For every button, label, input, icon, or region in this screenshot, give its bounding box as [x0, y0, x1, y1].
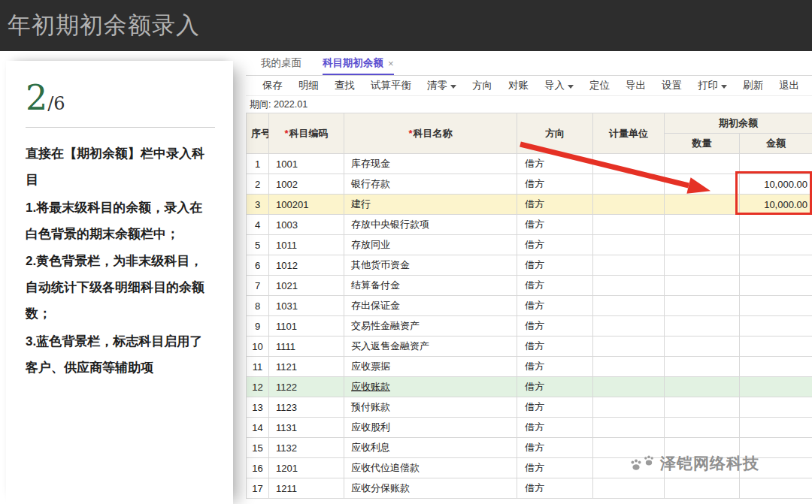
quantity-cell[interactable] [665, 255, 740, 276]
toolbar-button-保存[interactable]: 保存 [262, 79, 283, 92]
account-code-cell[interactable]: 1003 [269, 215, 344, 235]
quantity-cell[interactable] [665, 154, 740, 174]
quantity-cell[interactable] [665, 337, 740, 357]
unit-cell[interactable] [593, 296, 665, 316]
quantity-cell[interactable] [665, 215, 740, 235]
direction-cell[interactable]: 借方 [517, 296, 593, 316]
toolbar-button-导入[interactable]: 导入 [544, 79, 574, 92]
direction-cell[interactable]: 借方 [517, 438, 593, 458]
quantity-cell[interactable] [665, 174, 740, 195]
account-name-cell[interactable]: 应收票据 [344, 357, 517, 377]
account-code-cell[interactable]: 1002 [269, 174, 344, 195]
quantity-cell[interactable] [665, 458, 740, 478]
quantity-cell[interactable] [665, 377, 740, 397]
amount-cell[interactable] [740, 438, 812, 458]
amount-cell[interactable] [740, 255, 812, 276]
account-name-cell[interactable]: 存出保证金 [344, 296, 517, 316]
account-code-cell[interactable]: 1001 [269, 154, 344, 174]
direction-cell[interactable]: 借方 [517, 337, 593, 357]
tab-close-icon[interactable]: × [388, 58, 394, 69]
unit-cell[interactable] [593, 438, 665, 458]
amount-cell[interactable] [740, 458, 812, 478]
toolbar-button-查找[interactable]: 查找 [335, 79, 355, 92]
toolbar-button-明细[interactable]: 明细 [298, 79, 319, 92]
account-name-cell[interactable]: 买入返售金融资产 [344, 337, 517, 357]
account-code-cell[interactable]: 1121 [269, 357, 344, 377]
toolbar-button-刷新[interactable]: 刷新 [743, 79, 763, 92]
unit-cell[interactable] [593, 276, 665, 296]
toolbar-button-导出[interactable]: 导出 [626, 79, 646, 92]
account-name-cell[interactable]: 银行存款 [344, 174, 517, 195]
account-name-cell[interactable]: 应收代位追偿款 [344, 458, 517, 478]
unit-cell[interactable] [593, 255, 665, 276]
direction-cell[interactable]: 借方 [517, 478, 593, 499]
account-name-cell[interactable]: 应收股利 [344, 418, 517, 438]
account-code-cell[interactable]: 1012 [269, 255, 344, 276]
toolbar-button-对账[interactable]: 对账 [508, 79, 529, 92]
amount-cell[interactable] [740, 357, 812, 377]
toolbar-button-定位[interactable]: 定位 [589, 79, 610, 92]
account-name-cell[interactable]: 应收利息 [344, 438, 517, 458]
amount-cell[interactable] [740, 316, 812, 337]
unit-cell[interactable] [593, 195, 665, 215]
account-code-cell[interactable]: 100201 [269, 195, 344, 215]
unit-cell[interactable] [593, 235, 665, 255]
amount-cell[interactable] [740, 276, 812, 296]
tab-科目期初余额[interactable]: 科目期初余额× [323, 56, 394, 75]
quantity-cell[interactable] [665, 195, 740, 215]
amount-cell[interactable] [740, 377, 812, 397]
account-name-cell[interactable]: 应收分保账款 [344, 478, 517, 499]
account-code-cell[interactable]: 1131 [269, 418, 344, 438]
unit-cell[interactable] [593, 316, 665, 337]
unit-cell[interactable] [593, 458, 665, 478]
amount-cell[interactable] [740, 478, 812, 499]
account-code-cell[interactable]: 1211 [269, 478, 344, 499]
unit-cell[interactable] [593, 377, 665, 397]
amount-cell[interactable] [740, 215, 812, 235]
unit-cell[interactable] [593, 337, 665, 357]
unit-cell[interactable] [593, 357, 665, 377]
toolbar-button-退出[interactable]: 退出 [779, 79, 799, 92]
toolbar-button-试算平衡[interactable]: 试算平衡 [371, 79, 411, 92]
quantity-cell[interactable] [665, 296, 740, 316]
quantity-cell[interactable] [665, 357, 740, 377]
amount-cell[interactable] [740, 337, 812, 357]
quantity-cell[interactable] [665, 478, 740, 499]
account-name-cell[interactable]: 库存现金 [344, 154, 517, 174]
account-code-cell[interactable]: 1011 [269, 235, 344, 255]
quantity-cell[interactable] [665, 316, 740, 337]
account-name-cell[interactable]: 应收账款 [344, 377, 517, 397]
toolbar-button-打印[interactable]: 打印 [698, 79, 727, 92]
direction-cell[interactable]: 借方 [517, 255, 593, 276]
amount-cell[interactable] [740, 418, 812, 438]
account-code-cell[interactable]: 1101 [269, 316, 344, 337]
toolbar-button-设置[interactable]: 设置 [662, 79, 682, 92]
direction-cell[interactable]: 借方 [517, 397, 593, 418]
amount-cell[interactable] [740, 296, 812, 316]
amount-cell[interactable]: 10,000.00 [740, 195, 812, 215]
quantity-cell[interactable] [665, 418, 740, 438]
quantity-cell[interactable] [665, 397, 740, 418]
account-code-cell[interactable]: 1201 [269, 458, 344, 478]
account-code-cell[interactable]: 1021 [269, 276, 344, 296]
unit-cell[interactable] [593, 174, 665, 195]
direction-cell[interactable]: 借方 [517, 377, 593, 397]
account-name-cell[interactable]: 建行 [344, 195, 517, 215]
account-name-cell[interactable]: 存放同业 [344, 235, 517, 255]
account-code-cell[interactable]: 1111 [269, 337, 344, 357]
direction-cell[interactable]: 借方 [517, 215, 593, 235]
amount-cell[interactable] [740, 397, 812, 418]
amount-cell[interactable] [740, 235, 812, 255]
toolbar-button-方向[interactable]: 方向 [472, 79, 492, 92]
unit-cell[interactable] [593, 397, 665, 418]
direction-cell[interactable]: 借方 [517, 235, 593, 255]
unit-cell[interactable] [593, 418, 665, 438]
quantity-cell[interactable] [665, 276, 740, 296]
direction-cell[interactable]: 借方 [517, 316, 593, 337]
unit-cell[interactable] [593, 478, 665, 499]
direction-cell[interactable]: 借方 [517, 458, 593, 478]
quantity-cell[interactable] [665, 235, 740, 255]
direction-cell[interactable]: 借方 [517, 276, 593, 296]
account-name-cell[interactable]: 交易性金融资产 [344, 316, 517, 337]
toolbar-button-清零[interactable]: 清零 [427, 79, 456, 92]
